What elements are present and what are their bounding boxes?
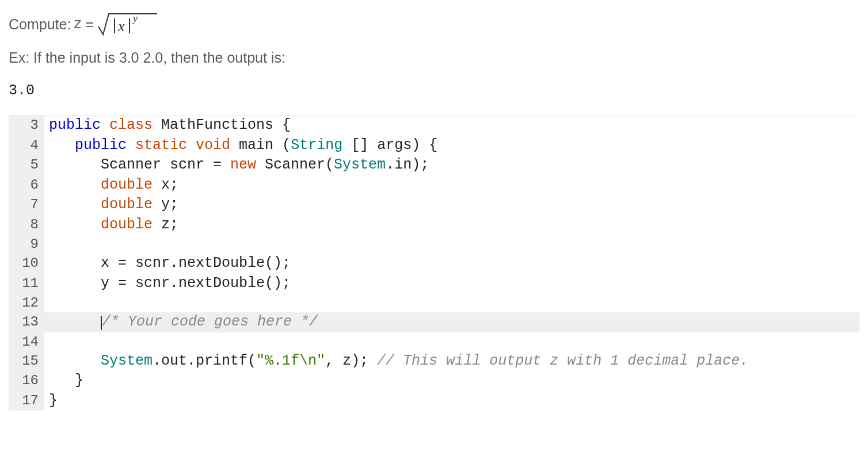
code-line-7[interactable]: 7 double y; (9, 195, 859, 215)
code-token: System (101, 353, 153, 369)
line-content[interactable]: /* Your code goes here */ (44, 312, 859, 332)
formula-x: x (117, 18, 125, 35)
line-content[interactable]: double y; (44, 195, 859, 215)
formula-sqrt-abs-x-pow-y: x y (97, 10, 161, 38)
code-line-11[interactable]: 11 y = scnr.nextDouble(); (9, 274, 859, 294)
code-line-9[interactable]: 9 (9, 235, 859, 254)
line-content[interactable]: public class MathFunctions { (44, 116, 859, 136)
code-line-10[interactable]: 10 x = scnr.nextDouble(); (9, 254, 859, 274)
code-token: double (101, 177, 161, 193)
code-token: void (196, 137, 239, 154)
line-number: 16 (9, 371, 44, 391)
code-token: // This will output z with 1 decimal pla… (377, 353, 748, 369)
code-token: class (109, 117, 161, 133)
code-token: public (49, 117, 109, 133)
line-number: 15 (9, 351, 44, 372)
line-content[interactable]: public static void main (String [] args)… (44, 136, 859, 156)
line-content[interactable]: } (44, 391, 859, 411)
code-token: "%.1f\n" (256, 353, 325, 369)
code-token: } (49, 372, 83, 389)
variable-z: z (73, 16, 82, 33)
line-content[interactable]: Scanner scnr = new Scanner(System.in); (44, 155, 859, 175)
line-number: 13 (9, 312, 44, 332)
code-token: new (230, 156, 265, 173)
code-token (49, 216, 101, 233)
code-line-4[interactable]: 4 public static void main (String [] arg… (9, 136, 859, 156)
code-token: MathFunctions (161, 117, 282, 133)
code-token: String (291, 137, 351, 154)
code-token: y = scnr.nextDouble(); (49, 275, 291, 292)
line-number: 9 (9, 235, 44, 254)
line-number: 14 (9, 332, 44, 351)
code-token: .out.printf( (153, 353, 256, 369)
line-number: 7 (9, 195, 44, 215)
instruction-prefix: Compute: (9, 16, 71, 33)
code-token: { (282, 117, 291, 133)
line-content[interactable] (44, 293, 859, 312)
code-token: x; (161, 177, 178, 193)
code-token: .in); (386, 156, 429, 173)
line-number: 6 (9, 175, 44, 196)
output-sample: 3.0 (9, 82, 859, 99)
line-number: 4 (9, 136, 44, 156)
line-content[interactable] (44, 332, 859, 351)
line-content[interactable]: } (44, 371, 859, 391)
line-number: 10 (9, 254, 44, 274)
line-number: 3 (9, 116, 44, 136)
instruction-text: Compute: z = x y (9, 10, 859, 38)
code-token: } (49, 392, 58, 409)
code-token: Scanner scnr = (49, 156, 230, 173)
code-token: double (101, 196, 161, 213)
line-content[interactable]: double z; (44, 215, 859, 235)
code-token: [] args) { (351, 137, 437, 154)
code-line-8[interactable]: 8 double z; (9, 215, 859, 235)
code-token: y; (161, 196, 178, 213)
code-line-14[interactable]: 14 (9, 332, 859, 351)
code-token (49, 137, 75, 154)
code-token: main (239, 137, 282, 154)
code-token: System (334, 156, 386, 173)
code-editor[interactable]: 3public class MathFunctions {4 public st… (9, 115, 859, 411)
code-token: ( (282, 137, 291, 154)
code-line-12[interactable]: 12 (9, 293, 859, 312)
code-token: static (135, 137, 196, 154)
formula-y: y (132, 13, 138, 24)
line-number: 5 (9, 155, 44, 175)
code-token: public (75, 137, 135, 154)
code-line-13[interactable]: 13 /* Your code goes here */ (9, 312, 859, 332)
code-token (49, 313, 101, 330)
code-token: /* Your code goes here */ (102, 313, 318, 330)
code-line-16[interactable]: 16 } (9, 371, 859, 391)
code-token (49, 353, 101, 369)
line-number: 11 (9, 274, 44, 294)
line-content[interactable] (44, 235, 859, 254)
line-content[interactable]: y = scnr.nextDouble(); (44, 274, 859, 294)
line-number: 17 (9, 391, 44, 411)
example-text: Ex: If the input is 3.0 2.0, then the ou… (9, 49, 859, 66)
code-token (49, 196, 101, 213)
line-content[interactable]: double x; (44, 175, 859, 196)
line-number: 8 (9, 215, 44, 235)
code-token: double (101, 216, 161, 233)
code-line-5[interactable]: 5 Scanner scnr = new Scanner(System.in); (9, 155, 859, 175)
code-token (49, 177, 101, 193)
code-token: Scanner( (265, 156, 334, 173)
code-line-15[interactable]: 15 System.out.printf("%.1f\n", z); // Th… (9, 351, 859, 372)
equals-sign: = (85, 16, 94, 33)
line-content[interactable]: System.out.printf("%.1f\n", z); // This … (44, 351, 859, 372)
code-token: x = scnr.nextDouble(); (49, 255, 291, 271)
line-content[interactable]: x = scnr.nextDouble(); (44, 254, 859, 274)
code-token: , z); (325, 353, 377, 369)
code-token: z; (161, 216, 178, 233)
code-line-17[interactable]: 17} (9, 391, 859, 411)
code-line-3[interactable]: 3public class MathFunctions { (9, 116, 859, 136)
code-line-6[interactable]: 6 double x; (9, 175, 859, 196)
line-number: 12 (9, 293, 44, 312)
